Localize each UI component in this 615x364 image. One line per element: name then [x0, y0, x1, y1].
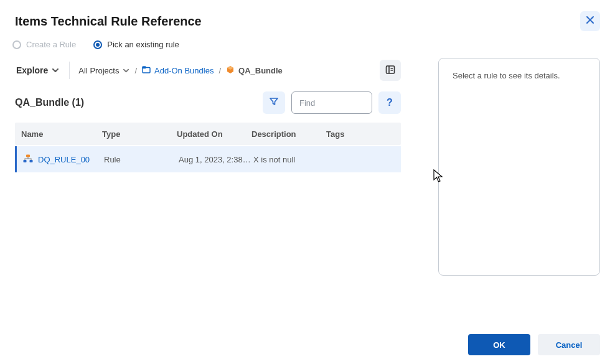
browser-topbar: Explore All Projects /	[15, 58, 401, 83]
breadcrumb-separator: /	[134, 66, 137, 75]
col-header-tags[interactable]: Tags	[326, 129, 401, 139]
mode-radio-group: Create a Rule Pick an existing rule	[0, 31, 615, 55]
explore-dropdown[interactable]: Explore	[15, 62, 60, 79]
divider	[69, 62, 70, 79]
rule-icon	[23, 154, 33, 165]
list-toolbar: QA_Bundle (1) ?	[15, 91, 401, 114]
col-header-updated[interactable]: Updated On	[177, 129, 251, 139]
radio-selected-icon	[93, 40, 102, 49]
radio-create-rule: Create a Rule	[12, 40, 76, 49]
table-header: Name Type Updated On Description Tags	[15, 123, 401, 145]
col-header-name[interactable]: Name	[21, 129, 102, 139]
panel-icon	[385, 65, 395, 77]
close-button[interactable]	[580, 11, 600, 31]
table-row[interactable]: DQ_RULE_00 Rule Aug 1, 2023, 2:38… X is …	[15, 146, 401, 172]
row-name: DQ_RULE_00	[38, 155, 90, 164]
breadcrumb-separator: /	[218, 66, 221, 75]
dialog-title: Items Technical Rule Reference	[15, 14, 202, 29]
breadcrumb-current: QA_Bundle	[226, 65, 283, 76]
bundle-icon	[226, 65, 235, 76]
rules-table: Name Type Updated On Description Tags DQ…	[15, 123, 401, 172]
row-description: X is not null	[253, 155, 328, 164]
folder-icon	[142, 66, 151, 75]
breadcrumb-current-label: QA_Bundle	[238, 66, 283, 75]
explore-label: Explore	[16, 65, 48, 75]
rule-reference-dialog: Items Technical Rule Reference Create a …	[0, 0, 615, 364]
svg-rect-7	[24, 160, 27, 162]
chevron-down-icon	[52, 67, 59, 74]
row-type: Rule	[104, 155, 179, 164]
col-header-description[interactable]: Description	[251, 129, 326, 139]
radio-unselected-icon	[12, 40, 21, 49]
breadcrumb-link-label: Add-On Bundles	[154, 66, 214, 75]
side-panel-toggle[interactable]	[380, 60, 401, 81]
chevron-down-icon	[123, 67, 129, 74]
filter-icon	[269, 96, 279, 109]
section-title: QA_Bundle (1)	[15, 97, 256, 108]
filter-button[interactable]	[263, 91, 285, 114]
browser-panel: Explore All Projects /	[15, 55, 401, 325]
details-pane: Select a rule to see its details.	[438, 58, 600, 276]
close-icon	[586, 16, 594, 27]
search-input[interactable]	[291, 91, 372, 114]
ok-button[interactable]: OK	[468, 334, 530, 355]
svg-rect-6	[26, 154, 30, 157]
svg-rect-8	[30, 160, 33, 162]
row-updated: Aug 1, 2023, 2:38…	[179, 155, 253, 164]
breadcrumb-addon-bundles[interactable]: Add-On Bundles	[142, 66, 214, 75]
svg-rect-2	[387, 66, 395, 73]
dialog-footer: OK Cancel	[0, 325, 615, 364]
details-column: Select a rule to see its details.	[438, 55, 600, 325]
dialog-header: Items Technical Rule Reference	[0, 0, 615, 31]
cancel-label: Cancel	[556, 340, 583, 350]
radio-pick-label: Pick an existing rule	[107, 40, 179, 49]
radio-pick-existing[interactable]: Pick an existing rule	[93, 40, 179, 49]
question-icon: ?	[387, 97, 393, 108]
help-button[interactable]: ?	[378, 91, 401, 114]
breadcrumb-all-projects[interactable]: All Projects	[78, 66, 129, 75]
dialog-body: Explore All Projects /	[0, 55, 615, 325]
ok-label: OK	[493, 340, 505, 350]
cancel-button[interactable]: Cancel	[538, 334, 600, 355]
breadcrumb-all-label: All Projects	[78, 66, 119, 75]
col-header-type[interactable]: Type	[102, 129, 177, 139]
breadcrumb: All Projects / Add-On Bundles /	[78, 60, 401, 81]
details-placeholder: Select a rule to see its details.	[453, 71, 560, 80]
radio-create-label: Create a Rule	[26, 40, 76, 49]
